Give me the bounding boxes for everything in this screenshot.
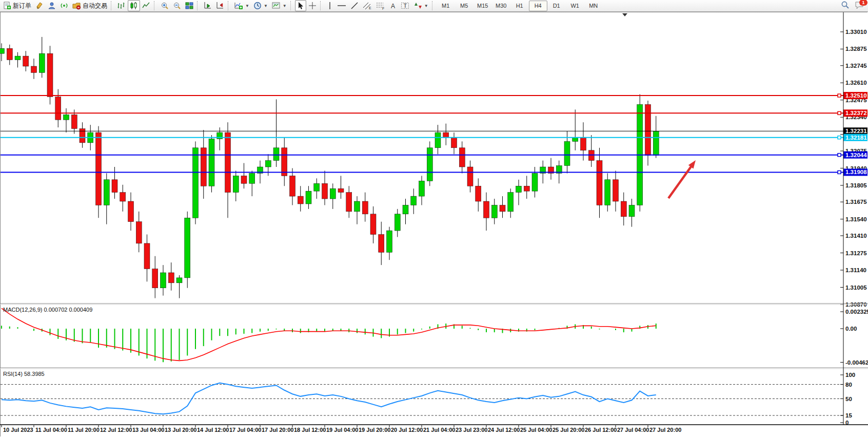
candle-up	[233, 176, 239, 192]
new-order-label: 新订单	[13, 2, 31, 10]
new-order-icon	[3, 2, 11, 10]
signal-button[interactable]	[58, 0, 70, 11]
time-label: 25 Jul 04:00	[520, 427, 552, 433]
main-toolbar: 新订单 自动交易	[0, 0, 868, 12]
fibonacci-icon: F	[376, 2, 385, 10]
candle-up	[161, 273, 166, 288]
candle-up	[394, 214, 400, 231]
arrows-button[interactable]: ▼	[412, 0, 430, 11]
text-label-button[interactable]: T	[399, 0, 412, 11]
candle-down	[298, 196, 303, 204]
templates-button[interactable]: ▼	[270, 0, 289, 11]
line-chart-button[interactable]	[140, 0, 152, 11]
rsi-tick-label: 50	[845, 396, 852, 402]
price-tick-label: 1.32610	[845, 80, 867, 86]
zoom-out-button[interactable]	[171, 0, 183, 11]
price-badge-label: 1.32044	[845, 152, 867, 158]
timeframe-m1-button[interactable]: M1	[437, 1, 455, 11]
candle-down	[613, 180, 619, 201]
price-badge-label: 1.31908	[845, 169, 867, 175]
line-handle[interactable]	[838, 136, 841, 139]
timeframe-m5-button[interactable]: M5	[455, 1, 474, 11]
channel-glyph: E	[369, 6, 371, 10]
line-handle[interactable]	[838, 170, 841, 174]
toolbar-right: 1	[841, 0, 864, 12]
chat-icon[interactable]: 1	[855, 1, 864, 11]
candlestick-chart-button[interactable]	[128, 0, 140, 11]
candle-up	[629, 205, 635, 216]
styler-button[interactable]	[33, 0, 46, 11]
channel-button[interactable]: E	[361, 0, 374, 11]
price-badge-label: 1.32181	[845, 135, 867, 141]
price-tick-label: 1.31410	[845, 233, 867, 239]
toolbar-separator	[290, 1, 293, 10]
timeframe-d1-button[interactable]: D1	[547, 1, 566, 11]
candle-up	[508, 193, 514, 212]
candle-down	[144, 243, 150, 269]
candle-down	[581, 138, 586, 150]
mt4-terminal: 新订单 自动交易	[0, 0, 868, 437]
fibonacci-button[interactable]: F	[374, 0, 387, 11]
search-icon[interactable]	[841, 1, 850, 11]
vertical-line-button[interactable]	[325, 0, 335, 11]
profile-button[interactable]	[46, 0, 58, 11]
time-label: 26 Jul 12:00	[585, 427, 617, 433]
dropdown-caret: ▼	[424, 4, 428, 8]
macd-tick-label: 0.00	[845, 326, 857, 332]
price-tick-label: 1.31275	[845, 250, 867, 256]
time-label: 17 Jul 20:00	[262, 427, 293, 433]
timeframe-m15-button[interactable]: M15	[474, 1, 492, 11]
horizontal-line-button[interactable]	[335, 0, 348, 11]
dropdown-caret: ▼	[264, 4, 268, 8]
timeframe-m30-button[interactable]: M30	[492, 1, 510, 11]
timeframe-group: M1M5M15M30H1H4D1W1MN	[437, 1, 603, 11]
candle-up	[176, 278, 182, 283]
new-order-button[interactable]: 新订单	[1, 0, 33, 11]
zoom-out-icon	[173, 2, 181, 10]
candle-down	[201, 148, 206, 186]
chart-canvas[interactable]: 1.330101.328751.327451.326101.324751.323…	[0, 0, 868, 437]
text-icon: A	[389, 2, 397, 10]
line-handle[interactable]	[838, 154, 841, 157]
candle-up	[354, 201, 360, 212]
auto-scroll-icon	[204, 2, 212, 10]
tile-windows-button[interactable]	[183, 0, 195, 11]
periods-button[interactable]: ▼	[251, 0, 270, 11]
macd-tick-label: 0.002325	[845, 309, 868, 315]
candle-down	[500, 205, 505, 211]
line-handle[interactable]	[838, 111, 841, 115]
candle-up	[273, 148, 279, 161]
candle-down	[362, 201, 368, 214]
clock-icon	[253, 2, 262, 10]
time-label: 24 Jul 12:00	[488, 427, 520, 433]
text-button[interactable]: A	[387, 0, 399, 11]
candle-up	[193, 148, 199, 218]
candle-down	[322, 183, 328, 199]
vertical-line-icon	[327, 2, 333, 10]
time-label: 19 Jul 20:00	[359, 427, 390, 433]
timeframe-w1-button[interactable]: W1	[566, 1, 584, 11]
price-tick-label: 1.31005	[845, 284, 867, 291]
timeframe-h1-button[interactable]: H1	[510, 1, 529, 11]
timeframe-mn-button[interactable]: MN	[584, 1, 603, 11]
bar-chart-button[interactable]	[115, 0, 128, 11]
text-label-icon: T	[401, 2, 410, 10]
trendline-icon	[350, 2, 359, 10]
candle-down	[7, 48, 12, 60]
trendline-button[interactable]	[348, 0, 361, 11]
chart-shift-button[interactable]	[214, 0, 226, 11]
zoom-in-button[interactable]	[159, 0, 171, 11]
candle-down	[484, 201, 489, 218]
timeframe-h4-button[interactable]: H4	[529, 1, 547, 11]
cursor-button[interactable]	[295, 0, 306, 11]
auto-scroll-button[interactable]	[202, 0, 214, 11]
time-label: 17 Jul 04:00	[229, 427, 261, 433]
indicators-button[interactable]: ▼	[232, 0, 251, 11]
line-handle[interactable]	[838, 94, 841, 97]
autotrade-icon	[72, 2, 81, 10]
candle-up	[532, 173, 538, 191]
autotrade-button[interactable]: 自动交易	[70, 0, 109, 11]
candle-down	[241, 176, 247, 183]
candle-down	[71, 115, 77, 128]
crosshair-button[interactable]	[306, 0, 319, 11]
